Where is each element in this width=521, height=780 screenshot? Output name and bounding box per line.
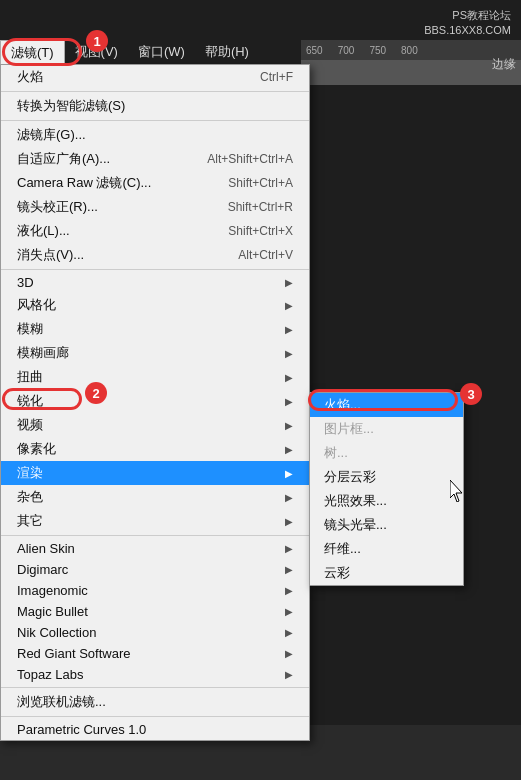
badge-number-2: 2: [85, 382, 107, 404]
ruler-label-650: 650: [306, 45, 323, 56]
menu-item-flame-recent[interactable]: 火焰 Ctrl+F: [1, 65, 309, 89]
separator-6: [1, 716, 309, 717]
separator-2: [1, 120, 309, 121]
menubar-help[interactable]: 帮助(H): [195, 40, 259, 64]
menu-item-stylize[interactable]: 风格化 ▶: [1, 293, 309, 317]
menu-item-parametric-curves[interactable]: Parametric Curves 1.0: [1, 719, 309, 740]
menu-item-render[interactable]: 渲染 ▶: [1, 461, 309, 485]
menu-item-noise[interactable]: 杂色 ▶: [1, 485, 309, 509]
separator-1: [1, 91, 309, 92]
menu-item-alien-skin[interactable]: Alien Skin ▶: [1, 538, 309, 559]
menu-item-magic-bullet[interactable]: Magic Bullet ▶: [1, 601, 309, 622]
submenu-item-clouds-diff[interactable]: 分层云彩: [310, 465, 463, 489]
menu-item-digimarc[interactable]: Digimarc ▶: [1, 559, 309, 580]
menu-item-blur[interactable]: 模糊 ▶: [1, 317, 309, 341]
submenu-item-clouds[interactable]: 云彩: [310, 561, 463, 585]
submenu-item-fibers[interactable]: 纤维...: [310, 537, 463, 561]
menu-item-topaz-labs[interactable]: Topaz Labs ▶: [1, 664, 309, 685]
ruler-bar: 650 700 750 800: [301, 40, 521, 60]
watermark-line1: PS教程论坛: [424, 8, 511, 23]
menu-item-sharpen[interactable]: 锐化 ▶: [1, 389, 309, 413]
menubar-window[interactable]: 窗口(W): [128, 40, 195, 64]
submenu-item-picture-frame[interactable]: 图片框...: [310, 417, 463, 441]
submenu-item-flame[interactable]: 火焰...: [310, 393, 463, 417]
menu-item-video[interactable]: 视频 ▶: [1, 413, 309, 437]
menu-item-pixelate[interactable]: 像素化 ▶: [1, 437, 309, 461]
menubar-filter[interactable]: 滤镜(T): [0, 40, 65, 64]
menu-item-red-giant[interactable]: Red Giant Software ▶: [1, 643, 309, 664]
badge-number-1: 1: [86, 30, 108, 52]
render-submenu: 火焰... 图片框... 树... 分层云彩 光照效果... 镜头光晕... 纤…: [309, 392, 464, 586]
menu-item-camera-raw[interactable]: Camera Raw 滤镜(C)... Shift+Ctrl+A: [1, 171, 309, 195]
menubar: 滤镜(T) 视图(V) 窗口(W) 帮助(H): [0, 40, 259, 64]
ruler-label-700: 700: [338, 45, 355, 56]
submenu-item-lighting[interactable]: 光照效果...: [310, 489, 463, 513]
separator-5: [1, 687, 309, 688]
ruler-label-800: 800: [401, 45, 418, 56]
menu-item-adaptive-wide[interactable]: 自适应广角(A)... Alt+Shift+Ctrl+A: [1, 147, 309, 171]
filter-dropdown-menu: 火焰 Ctrl+F 转换为智能滤镜(S) 滤镜库(G)... 自适应广角(A).…: [0, 64, 310, 741]
badge-number-3: 3: [460, 383, 482, 405]
submenu-item-lens-flare[interactable]: 镜头光晕...: [310, 513, 463, 537]
menu-item-distort[interactable]: 扭曲 ▶: [1, 365, 309, 389]
menu-item-liquify[interactable]: 液化(L)... Shift+Ctrl+X: [1, 219, 309, 243]
menu-item-browse-online[interactable]: 浏览联机滤镜...: [1, 690, 309, 714]
watermark-line2: BBS.16XX8.COM: [424, 23, 511, 38]
separator-4: [1, 535, 309, 536]
menu-item-imagenomic[interactable]: Imagenomic ▶: [1, 580, 309, 601]
menu-item-blur-gallery[interactable]: 模糊画廊 ▶: [1, 341, 309, 365]
separator-3: [1, 269, 309, 270]
menu-item-nik-collection[interactable]: Nik Collection ▶: [1, 622, 309, 643]
menu-item-smart-filter[interactable]: 转换为智能滤镜(S): [1, 94, 309, 118]
menu-item-lens-correction[interactable]: 镜头校正(R)... Shift+Ctrl+R: [1, 195, 309, 219]
menu-item-vanishing-point[interactable]: 消失点(V)... Alt+Ctrl+V: [1, 243, 309, 267]
submenu-item-tree[interactable]: 树...: [310, 441, 463, 465]
ruler-label-750: 750: [369, 45, 386, 56]
edge-text: 边缘: [492, 56, 516, 73]
menu-item-other[interactable]: 其它 ▶: [1, 509, 309, 533]
watermark: PS教程论坛 BBS.16XX8.COM: [424, 8, 511, 39]
menu-item-3d[interactable]: 3D ▶: [1, 272, 309, 293]
menu-item-filter-gallery[interactable]: 滤镜库(G)...: [1, 123, 309, 147]
